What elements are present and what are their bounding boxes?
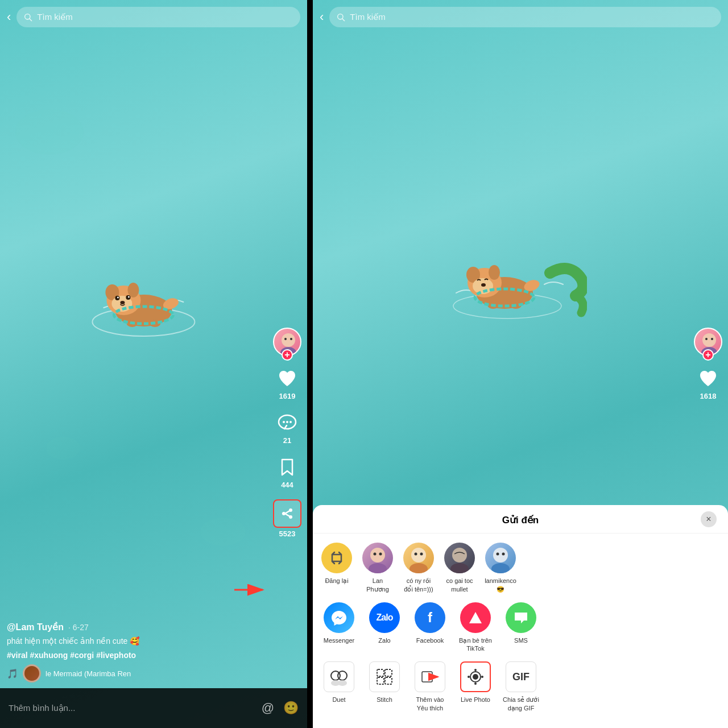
svg-point-62 (502, 553, 505, 556)
svg-point-12 (120, 301, 125, 304)
share-bottom-sheet: Gửi đến × Đăng (313, 505, 728, 728)
search-placeholder: Tìm kiếm (37, 12, 72, 22)
svg-point-65 (338, 671, 347, 680)
contact-avatar-3 (444, 543, 475, 573)
contact-avatar-4 (485, 543, 516, 573)
heart-icon (276, 367, 298, 389)
favorite-icon-box (415, 661, 445, 692)
follow-button-right[interactable]: + (702, 349, 714, 361)
username[interactable]: @Lam Tuyền (7, 622, 64, 632)
app-tiktok-friends[interactable]: Bạn bè trên TikTok (456, 602, 495, 653)
svg-point-45 (705, 338, 708, 340)
svg-point-56 (420, 553, 423, 556)
app-name-tiktok-friends: Bạn bè trên TikTok (456, 636, 495, 653)
search-bar-right[interactable]: Tìm kiếm (329, 7, 721, 27)
svg-marker-63 (469, 612, 482, 623)
share-button-wrap[interactable]: 5523 (273, 499, 301, 538)
gif-text-icon: GIF (512, 671, 530, 683)
action-stitch[interactable]: Stitch (365, 661, 404, 712)
svg-point-80 (481, 676, 483, 678)
svg-point-58 (450, 563, 469, 573)
emoji-icon[interactable]: 🙂 (283, 701, 299, 715)
music-bar[interactable]: 🎵 le Mermaid (Marimba Ren (7, 664, 270, 682)
contact-3[interactable]: co gai toc mullet (442, 543, 477, 593)
sheet-header: Gửi đến × (313, 505, 728, 533)
share-count: 5523 (279, 530, 296, 538)
app-sms[interactable]: SMS (502, 602, 540, 653)
post-date: · 6-27 (68, 623, 89, 632)
like-button[interactable]: 1619 (275, 366, 299, 400)
favorite-icon (420, 667, 440, 686)
comment-input[interactable]: Thêm bình luận... (9, 703, 255, 713)
bookmark-button[interactable]: 444 (275, 455, 299, 489)
svg-point-6 (127, 283, 139, 297)
share-button-box[interactable] (273, 499, 301, 528)
contact-repost[interactable]: Đăng lại (320, 543, 354, 593)
contact-name-1: Lan Phương (361, 577, 395, 593)
contact-name-2: có ny rồi đổi tên=))) (402, 577, 436, 593)
comment-button[interactable]: 21 (275, 411, 299, 445)
search-bar[interactable]: Tìm kiếm (16, 7, 300, 27)
svg-point-54 (410, 563, 428, 573)
heart-icon-right (697, 367, 719, 389)
action-duet[interactable]: Duet (320, 661, 358, 712)
app-zalo[interactable]: Zalo Zalo (365, 602, 404, 653)
like-count-right: 1618 (700, 392, 717, 400)
corgi-illustration (81, 259, 206, 353)
svg-point-75 (473, 674, 478, 680)
livephoto-label: Live Photo (461, 696, 490, 704)
post-description: phát hiện một chiếc ảnh nền cute 🥰 (7, 636, 270, 647)
follow-button[interactable]: + (282, 349, 293, 361)
creator-avatar[interactable]: + (273, 328, 301, 356)
svg-point-67 (338, 680, 347, 686)
svg-point-77 (474, 669, 477, 671)
contact-2[interactable]: có ny rồi đổi tên=))) (402, 543, 436, 593)
svg-point-25 (289, 508, 292, 512)
contact-1[interactable]: Lan Phương (361, 543, 395, 593)
app-messenger[interactable]: Messenger (320, 602, 358, 653)
music-disc (23, 664, 41, 682)
back-button-right[interactable]: ‹ (320, 10, 324, 24)
comment-bar: Thêm bình luận... @ 🙂 (0, 688, 307, 728)
action-gif[interactable]: GIF Chia sẻ dưới dạng GIF (502, 661, 540, 712)
corgi-svg-right (439, 239, 587, 341)
svg-point-49 (370, 548, 385, 562)
svg-point-23 (286, 421, 288, 423)
gif-label: Chia sẻ dưới dạng GIF (502, 696, 540, 712)
repost-label: Đăng lại (325, 577, 348, 585)
svg-point-19 (284, 338, 287, 340)
app-name-facebook: Facebook (416, 636, 444, 644)
svg-point-61 (497, 553, 499, 556)
svg-point-50 (369, 563, 387, 573)
stitch-icon (375, 667, 394, 686)
search-icon (23, 13, 32, 22)
repost-avatar (321, 543, 352, 573)
svg-point-57 (452, 548, 467, 562)
post-hashtags[interactable]: #viral #xuhuong #corgi #livephoto (7, 651, 270, 660)
back-button[interactable]: ‹ (7, 10, 11, 24)
svg-point-79 (468, 676, 470, 678)
at-icon[interactable]: @ (262, 701, 274, 715)
contacts-row: Đăng lại Lan Phương (313, 533, 728, 598)
livephoto-icon (466, 667, 485, 686)
svg-point-38 (481, 283, 486, 287)
svg-point-27 (282, 512, 286, 515)
action-buttons-right: + 1618 (694, 328, 722, 400)
right-panel: ‹ Tìm kiếm (313, 0, 728, 728)
svg-point-36 (489, 265, 500, 280)
action-favorite[interactable]: Thêm vào Yêu thích (411, 661, 449, 712)
bookmark-count: 444 (281, 481, 293, 489)
app-facebook[interactable]: f Facebook (411, 602, 449, 653)
sheet-close-button[interactable]: × (701, 511, 717, 527)
action-buttons: + 1619 (273, 328, 301, 538)
creator-avatar-right[interactable]: + (694, 328, 722, 356)
svg-line-1 (30, 19, 32, 21)
action-livephoto[interactable]: Live Photo (456, 661, 495, 712)
like-button-right[interactable]: 1618 (696, 366, 720, 400)
svg-point-26 (289, 515, 292, 519)
comment-icons: @ 🙂 (262, 701, 299, 715)
top-bar: ‹ Tìm kiếm (0, 0, 307, 34)
contact-4[interactable]: lanmikenco 😎 (483, 543, 518, 593)
comment-icon (276, 412, 298, 433)
zalo-icon: Zalo (369, 602, 400, 633)
